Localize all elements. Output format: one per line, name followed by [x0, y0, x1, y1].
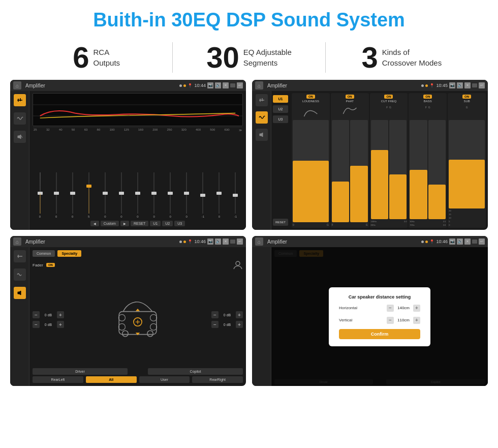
fader-minus-3[interactable]: − — [211, 311, 219, 318]
eq-slider-2[interactable]: 0 — [49, 172, 64, 218]
eq-x-icon[interactable]: ✕ — [223, 82, 229, 88]
eq-graph — [33, 93, 243, 126]
cross-u3-btn[interactable]: U3 — [273, 115, 288, 123]
eq-sidebar-vol-icon[interactable] — [14, 131, 26, 143]
eq-slider-9[interactable]: 0 — [163, 172, 178, 218]
fader-x-icon[interactable]: ✕ — [223, 238, 229, 245]
cross-reset-btn[interactable]: RESET — [273, 219, 288, 226]
eq-slider-10[interactable]: 0 — [179, 172, 194, 218]
eq-slider-8[interactable]: 0 — [147, 172, 162, 218]
fader-btn-rearleft[interactable]: RearLeft — [33, 376, 83, 383]
fader-plus-1[interactable]: + — [57, 311, 64, 318]
fader-dot1 — [179, 241, 182, 243]
eq-sidebar-wave-icon[interactable] — [14, 112, 26, 125]
cross-slider-phat[interactable] — [332, 120, 368, 222]
cross-x-icon[interactable]: ✕ — [464, 82, 471, 88]
svg-point-17 — [122, 331, 128, 336]
eq-play-btn[interactable]: ▶ — [120, 221, 129, 226]
dialog-vertical-plus[interactable]: + — [413, 317, 420, 324]
cross-slider-loudness[interactable] — [293, 120, 329, 222]
dialog-horizontal-minus[interactable]: − — [387, 305, 394, 312]
dialog-screen-title: Amplifier — [267, 239, 419, 245]
fader-btn-all[interactable]: All — [86, 376, 137, 383]
stat-divider-2 — [325, 42, 326, 73]
cross-title: Amplifier — [267, 83, 419, 88]
cross-on-bass[interactable]: ON — [423, 95, 432, 99]
fader-plus-3[interactable]: + — [236, 311, 243, 318]
cross-on-sub[interactable]: ON — [462, 95, 471, 99]
cross-home-icon[interactable] — [255, 81, 263, 89]
cross-u1-btn[interactable]: U1 — [273, 95, 288, 103]
fader-btn-user[interactable]: User — [139, 376, 190, 383]
eq-slider-1[interactable]: 0 — [33, 172, 47, 218]
eq-custom-btn[interactable]: Custom — [101, 221, 119, 226]
eq-slider-3[interactable]: 0 — [65, 172, 80, 218]
svg-point-20 — [150, 314, 157, 321]
eq-slider-11[interactable]: -1 — [196, 172, 210, 218]
eq-u3-btn[interactable]: U3 — [174, 221, 185, 226]
dialog-home-icon[interactable] — [255, 237, 263, 246]
dialog-title: Car speaker distance setting — [339, 294, 420, 300]
fader-tab-common[interactable]: Common — [33, 250, 55, 257]
cross-title-bass: BASS — [424, 100, 432, 103]
eq-status-right: 📍 10:44 📷 🔊 ✕ ↩ — [179, 82, 243, 88]
fader-plus-4[interactable]: + — [236, 321, 243, 328]
cross-on-loudness[interactable]: ON — [306, 95, 315, 99]
cross-slider-bass[interactable] — [410, 120, 446, 219]
fader-minus-2[interactable]: − — [33, 321, 40, 328]
cross-time: 10:45 — [436, 83, 448, 88]
fader-db-row-2: − 0 dB + — [33, 321, 64, 328]
eq-u1-btn[interactable]: U1 — [150, 221, 161, 226]
cross-sb-eq-icon[interactable] — [256, 94, 268, 106]
fader-btn-driver[interactable]: Driver — [33, 368, 128, 375]
fader-sb-vol-icon[interactable] — [14, 287, 26, 299]
eq-home-icon[interactable] — [13, 81, 21, 89]
cross-on-cutfreq[interactable]: ON — [384, 95, 393, 99]
eq-slider-6[interactable]: 0 — [114, 172, 129, 218]
eq-reset-btn[interactable]: RESET — [131, 221, 148, 226]
fader-right: − 0 dB + − 0 dB + — [211, 273, 243, 366]
eq-slider-12[interactable]: 0 — [212, 172, 227, 218]
fader-sb-wave-icon[interactable] — [14, 268, 26, 281]
fader-home-icon[interactable] — [13, 237, 21, 246]
cross-slider-cutfreq[interactable] — [371, 120, 407, 219]
fader-back-icon[interactable]: ↩ — [237, 238, 243, 245]
dialog-x-icon[interactable]: ✕ — [464, 238, 471, 245]
eq-slider-13[interactable]: -1 — [228, 172, 243, 218]
eq-back-icon[interactable]: ↩ — [237, 82, 243, 88]
eq-slider-5[interactable]: 0 — [98, 172, 112, 218]
cross-u2-btn[interactable]: U2 — [273, 105, 288, 113]
eq-sidebar-eq-icon[interactable] — [14, 94, 26, 106]
fader-cam-icon: 📷 — [207, 238, 213, 245]
cross-back-icon[interactable]: ↩ — [479, 82, 485, 88]
fader-btn-copilot[interactable]: Copilot — [148, 368, 243, 375]
eq-slider-7[interactable]: 0 — [130, 172, 145, 218]
svg-point-19 — [118, 314, 125, 321]
fader-screen-container: Amplifier 📍 10:46 📷 🔊 ✕ ↩ — [10, 236, 246, 386]
svg-line-4 — [21, 136, 22, 138]
fader-minus-4[interactable]: − — [211, 321, 219, 328]
fader-minus-1[interactable]: − — [33, 311, 40, 318]
fader-sb-eq-icon[interactable] — [14, 250, 26, 262]
eq-prev-btn[interactable]: ◀ — [90, 221, 99, 226]
cross-slider-sub[interactable] — [449, 120, 485, 208]
fader-btn-rearright[interactable]: RearRight — [192, 376, 243, 383]
svg-point-21 — [118, 323, 125, 330]
dialog-vertical-minus[interactable]: − — [387, 317, 394, 324]
dialog-status-right: 📍 10:46 📷 🔊 ✕ ↩ — [421, 238, 485, 245]
eq-slider-4[interactable]: 5 — [81, 172, 96, 218]
fader-tab-specialty[interactable]: Specialty — [57, 250, 81, 257]
cross-on-phat[interactable]: ON — [346, 95, 354, 99]
cross-ch-cutfreq: ON CUT FREQ F G 100Hz 3.0 80Hz — [370, 93, 408, 228]
eq-sidebar — [10, 91, 29, 230]
dialog-back-icon[interactable]: ↩ — [479, 238, 485, 245]
cross-sb-wave-icon[interactable] — [256, 111, 268, 124]
eq-dot2 — [183, 84, 186, 87]
fader-plus-2[interactable]: + — [57, 321, 64, 328]
dialog-horizontal-plus[interactable]: + — [413, 305, 420, 312]
fader-on-badge[interactable]: ON — [46, 263, 55, 267]
dialog-confirm-button[interactable]: Confirm — [339, 329, 420, 339]
cross-sb-vol-icon[interactable] — [256, 129, 268, 141]
eq-status-bar: Amplifier 📍 10:44 📷 🔊 ✕ ↩ — [10, 80, 246, 91]
eq-u2-btn[interactable]: U2 — [162, 221, 173, 226]
